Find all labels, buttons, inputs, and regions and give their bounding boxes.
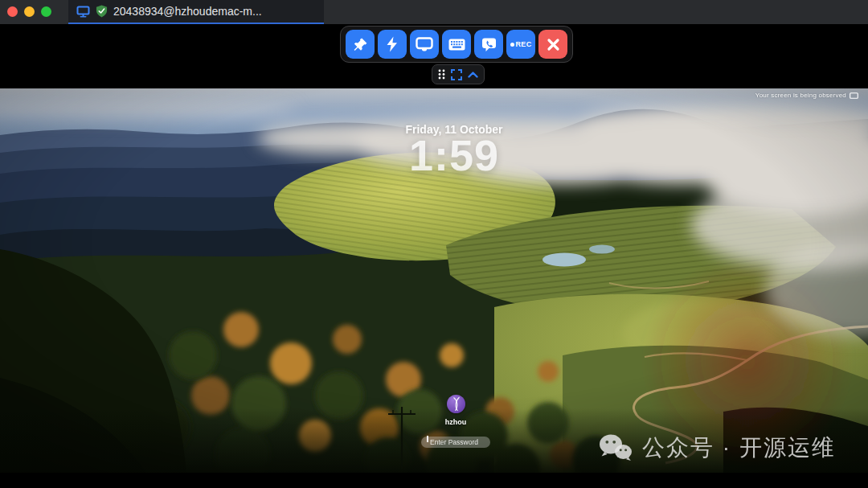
record-toolbar-button[interactable]: REC [506, 30, 535, 59]
remote-screen: Your screen is being observed Friday, 11… [0, 88, 868, 473]
lightning-icon [385, 36, 399, 52]
wechat-icon [598, 433, 634, 462]
login-area: hzhou [421, 395, 490, 448]
watermark-text: 公众号 · 开源运维 [642, 433, 836, 463]
screen-share-icon [850, 92, 858, 99]
disconnect-toolbar-button[interactable] [538, 30, 567, 59]
display-icon [76, 6, 90, 18]
traffic-lights [7, 6, 51, 17]
watermark: 公众号 · 开源运维 [598, 433, 836, 463]
text-caret [427, 436, 428, 442]
record-label: REC [516, 40, 532, 48]
fullscreen-icon[interactable] [451, 69, 462, 80]
keyboard-icon [448, 39, 465, 51]
session-tab[interactable]: 20438934@hzhoudemac-m... [68, 0, 324, 24]
chevron-up-icon[interactable] [468, 72, 478, 78]
pushpin-icon [353, 37, 368, 52]
performance-toolbar-button[interactable] [378, 30, 407, 59]
close-x-icon [547, 38, 560, 51]
user-avatar[interactable] [447, 395, 465, 413]
session-toolbar: REC [340, 26, 573, 63]
lock-screen-clock: 1:59 [409, 133, 499, 177]
username-label: hzhou [445, 418, 467, 426]
password-field-wrap [421, 433, 490, 448]
password-input[interactable] [421, 437, 490, 448]
verified-shield-icon [96, 5, 108, 18]
toolbar-handle [432, 64, 485, 84]
keyboard-toolbar-button[interactable] [442, 30, 471, 59]
monitor-icon [416, 37, 433, 52]
session-tab-title: 20438934@hzhoudemac-m... [113, 5, 262, 18]
zoom-window-button[interactable] [41, 6, 51, 17]
drag-dots-icon[interactable] [438, 69, 445, 80]
observed-notice-label: Your screen is being observed [755, 92, 846, 99]
minimize-window-button[interactable] [24, 6, 35, 17]
title-bar: 20438934@hzhoudemac-m... [0, 0, 868, 24]
chat-phone-icon [481, 37, 497, 52]
record-dot-icon [510, 43, 514, 47]
bottom-black-bar [0, 473, 868, 488]
remote-desktop-window: 20438934@hzhoudemac-m... [0, 0, 868, 488]
display-toolbar-button[interactable] [410, 30, 439, 59]
close-window-button[interactable] [7, 6, 18, 17]
screen-observed-notice: Your screen is being observed [755, 92, 858, 99]
pin-toolbar-button[interactable] [346, 30, 375, 59]
voice-call-toolbar-button[interactable] [474, 30, 503, 59]
